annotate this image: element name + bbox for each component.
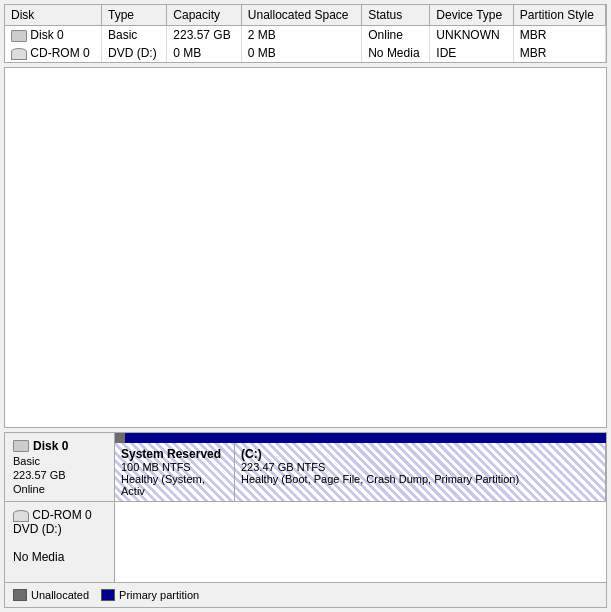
partition-bar [115,433,606,443]
empty-area [4,67,607,428]
c-drive-name: (C:) [241,447,599,461]
cdrom-icon [11,48,27,60]
c-drive-partition[interactable]: (C:) 223.47 GB NTFS Healthy (Boot, Page … [235,443,606,501]
cell-partition-style: MBR [513,26,605,45]
disk-0-name: Disk 0 [13,439,106,453]
disk-0-status: Online [13,483,106,495]
disk-table: Disk Type Capacity Unallocated Space Sta… [5,5,606,62]
cdrom-0-row: CD-ROM 0 DVD (D:) No Media [5,502,606,582]
primary-bar [125,433,606,443]
c-drive-health: Healthy (Boot, Page File, Crash Dump, Pr… [241,473,599,485]
disk-0-row: Disk 0 Basic 223.57 GB Online System Res… [5,433,606,502]
col-device-type: Device Type [430,5,513,26]
cell-disk: Disk 0 [5,26,102,45]
legend-bar: Unallocated Primary partition [5,582,606,607]
cdrom-0-status: No Media [13,550,106,564]
cdrom-0-label: CD-ROM 0 DVD (D:) No Media [5,502,115,582]
table-row[interactable]: CD-ROM 0 DVD (D:) 0 MB 0 MB No Media IDE… [5,44,606,62]
disk-0-size: 223.57 GB [13,469,106,481]
cdrom-0-content [115,502,606,582]
unalloc-legend-box [13,589,27,601]
cdrom-0-spacer [13,536,106,550]
cdrom-0-title: CD-ROM 0 [32,508,91,522]
cell-device-type: IDE [430,44,513,62]
cell-disk: CD-ROM 0 [5,44,102,62]
cell-unallocated: 0 MB [241,44,361,62]
col-partition-style: Partition Style [513,5,605,26]
col-unallocated: Unallocated Space [241,5,361,26]
disk-0-title: Disk 0 [33,439,68,453]
col-disk: Disk [5,5,102,26]
cdrom-0-type: DVD (D:) [13,522,106,536]
disk-0-type: Basic [13,455,106,467]
cell-capacity: 0 MB [167,44,242,62]
primary-legend-label: Primary partition [119,589,199,601]
primary-legend-box [101,589,115,601]
legend-unalloc: Unallocated [13,589,89,601]
cdrom-icon [13,510,29,522]
cdrom-0-name: CD-ROM 0 [13,508,106,522]
main-container: Disk Type Capacity Unallocated Space Sta… [0,0,611,612]
system-reserved-size: 100 MB NTFS [121,461,228,473]
cell-status: Online [362,26,430,45]
col-type: Type [102,5,167,26]
cell-device-type: UNKNOWN [430,26,513,45]
system-reserved-health: Healthy (System, Activ [121,473,228,497]
cell-type: Basic [102,26,167,45]
unalloc-bar [115,433,125,443]
disk-0-label: Disk 0 Basic 223.57 GB Online [5,433,115,501]
disk-map-section: Disk 0 Basic 223.57 GB Online System Res… [4,432,607,608]
disk-0-partitions: System Reserved 100 MB NTFS Healthy (Sys… [115,433,606,501]
col-status: Status [362,5,430,26]
c-drive-size: 223.47 GB NTFS [241,461,599,473]
unalloc-legend-label: Unallocated [31,589,89,601]
hdd-icon [11,30,27,42]
legend-primary: Primary partition [101,589,199,601]
cell-unallocated: 2 MB [241,26,361,45]
disk-table-section: Disk Type Capacity Unallocated Space Sta… [4,4,607,63]
cell-status: No Media [362,44,430,62]
col-capacity: Capacity [167,5,242,26]
partitions-content: System Reserved 100 MB NTFS Healthy (Sys… [115,443,606,501]
cell-type: DVD (D:) [102,44,167,62]
cell-capacity: 223.57 GB [167,26,242,45]
system-reserved-partition[interactable]: System Reserved 100 MB NTFS Healthy (Sys… [115,443,235,501]
cell-partition-style: MBR [513,44,605,62]
table-row[interactable]: Disk 0 Basic 223.57 GB 2 MB Online UNKNO… [5,26,606,45]
hdd-icon [13,440,29,452]
system-reserved-name: System Reserved [121,447,228,461]
